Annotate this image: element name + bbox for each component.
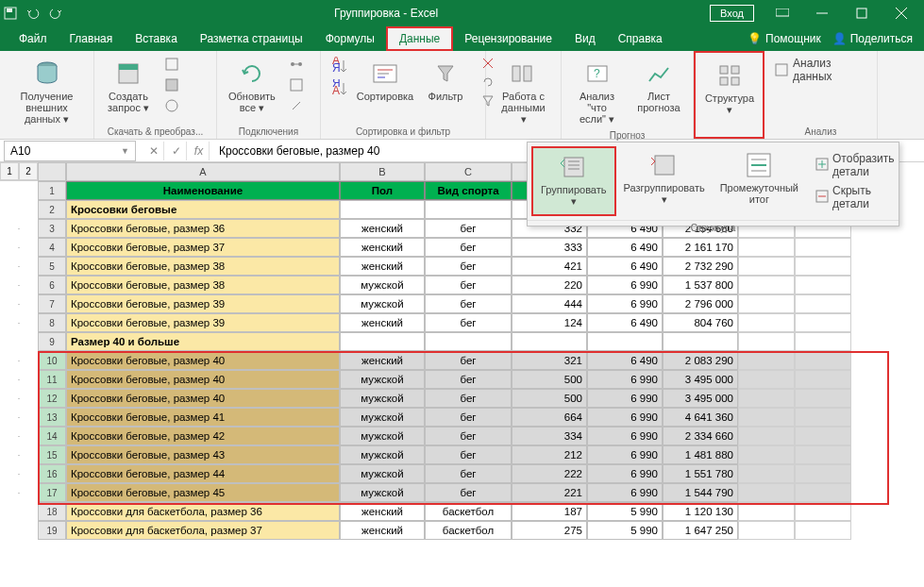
cell[interactable]: бег xyxy=(425,389,512,408)
col-header-a[interactable]: A xyxy=(66,162,340,181)
tell-me[interactable]: 💡Помощник xyxy=(748,32,821,45)
tab-insert[interactable]: Вставка xyxy=(124,26,189,51)
cell[interactable]: мужской xyxy=(340,427,425,445)
cell[interactable]: 1 647 250 xyxy=(663,521,738,540)
show-detail-button[interactable]: Отобразить детали xyxy=(812,150,899,180)
cell[interactable]: бег xyxy=(425,276,512,294)
cell[interactable]: женский xyxy=(340,521,425,540)
cell[interactable]: 6 490 xyxy=(587,238,663,257)
chevron-down-icon[interactable]: ▼ xyxy=(121,146,129,156)
cell[interactable]: 2 083 290 xyxy=(663,351,738,370)
recent-sources-icon[interactable] xyxy=(160,96,183,115)
cell[interactable]: Кроссовки беговые, размер 41 xyxy=(66,408,340,427)
cell[interactable]: мужской xyxy=(340,370,425,389)
row-header[interactable]: 13 xyxy=(38,408,66,427)
cell[interactable]: 3 495 000 xyxy=(663,370,738,389)
cell[interactable]: 804 760 xyxy=(663,313,738,332)
row-header[interactable]: 8 xyxy=(38,313,66,332)
cell[interactable]: Кроссовки беговые, размер 44 xyxy=(66,464,340,483)
cell[interactable]: баскетбол xyxy=(425,502,512,521)
cell[interactable]: Кроссовки беговые, размер 40 xyxy=(66,370,340,389)
minimize-icon[interactable] xyxy=(803,3,841,24)
cell[interactable]: 6 990 xyxy=(587,483,663,502)
cell[interactable]: бег xyxy=(425,219,512,238)
row-header[interactable]: 1 xyxy=(38,181,66,200)
sort-za-icon[interactable]: ЯА xyxy=(327,77,353,100)
tab-help[interactable]: Справка xyxy=(607,26,674,51)
data-analysis-button[interactable]: Анализ данных xyxy=(770,55,871,85)
row-header[interactable]: 15 xyxy=(38,445,66,464)
cell[interactable]: Кроссовки беговые, размер 42 xyxy=(66,427,340,445)
row-header[interactable]: 16 xyxy=(38,464,66,483)
cell[interactable]: 3 495 000 xyxy=(663,389,738,408)
cell[interactable]: 6 990 xyxy=(587,370,663,389)
cell[interactable]: 6 990 xyxy=(587,294,663,313)
cell[interactable]: 500 xyxy=(512,389,587,408)
hide-detail-button[interactable]: Скрыть детали xyxy=(812,182,899,212)
cell[interactable]: 275 xyxy=(512,521,587,540)
cell[interactable]: 1 537 800 xyxy=(663,276,738,294)
cell[interactable]: Кроссовки беговые, размер 39 xyxy=(66,294,340,313)
redo-icon[interactable] xyxy=(49,7,62,20)
cell[interactable]: Кроссовки беговые, размер 40 xyxy=(66,389,340,408)
row-header[interactable]: 12 xyxy=(38,389,66,408)
cell[interactable]: 2 796 000 xyxy=(663,294,738,313)
row-header[interactable]: 6 xyxy=(38,276,66,294)
cell[interactable]: бег xyxy=(425,408,512,427)
connections-icon[interactable] xyxy=(285,55,308,74)
cell[interactable]: 220 xyxy=(512,276,587,294)
cell[interactable]: 6 490 xyxy=(587,351,663,370)
cell[interactable]: 6 990 xyxy=(587,445,663,464)
filter-button[interactable]: Фильтр xyxy=(417,55,474,106)
get-external-data-button[interactable]: Получение внешних данных ▾ xyxy=(6,55,88,128)
cell[interactable]: Кроссовки беговые, размер 40 xyxy=(66,351,340,370)
share-button[interactable]: 👤Поделиться xyxy=(832,32,913,45)
cell[interactable]: Кроссовки беговые, размер 38 xyxy=(66,257,340,276)
cell[interactable]: Кроссовки беговые, размер 45 xyxy=(66,483,340,502)
cell[interactable]: 6 490 xyxy=(587,257,663,276)
cell[interactable]: 5 990 xyxy=(587,502,663,521)
from-table-icon[interactable] xyxy=(160,75,183,94)
cell[interactable]: женский xyxy=(340,219,425,238)
cell[interactable]: 421 xyxy=(512,257,587,276)
edit-links-icon[interactable] xyxy=(285,96,308,115)
cell[interactable]: бег xyxy=(425,238,512,257)
subtotal-button[interactable]: Промежуточный итог xyxy=(713,146,806,216)
cell[interactable]: 1 551 780 xyxy=(663,464,738,483)
login-button[interactable]: Вход xyxy=(710,5,754,22)
cell[interactable]: 1 120 130 xyxy=(663,502,738,521)
cell[interactable]: Кроссовки беговые, размер 38 xyxy=(66,276,340,294)
cell[interactable]: 222 xyxy=(512,464,587,483)
cell[interactable]: бег xyxy=(425,313,512,332)
cell[interactable]: 321 xyxy=(512,351,587,370)
whatif-button[interactable]: ?Анализ "что если" ▾ xyxy=(567,55,627,128)
cell[interactable]: 334 xyxy=(512,427,587,445)
cell[interactable]: 6 990 xyxy=(587,464,663,483)
cell[interactable]: 333 xyxy=(512,238,587,257)
cell[interactable]: мужской xyxy=(340,483,425,502)
row-header[interactable]: 11 xyxy=(38,370,66,389)
properties-icon[interactable] xyxy=(285,75,308,94)
row-header[interactable]: 10 xyxy=(38,351,66,370)
show-queries-icon[interactable] xyxy=(160,55,183,74)
cell[interactable]: Кроссовки беговые, размер 39 xyxy=(66,313,340,332)
cell[interactable]: 221 xyxy=(512,483,587,502)
cell[interactable]: бег xyxy=(425,427,512,445)
cell[interactable]: 1 481 880 xyxy=(663,445,738,464)
cell[interactable]: 2 334 660 xyxy=(663,427,738,445)
new-query-button[interactable]: Создать запрос ▾ xyxy=(100,55,157,117)
ribbon-options-icon[interactable] xyxy=(764,3,801,24)
forecast-button[interactable]: Лист прогноза xyxy=(630,55,687,117)
row-header[interactable]: 4 xyxy=(38,238,66,257)
cell[interactable]: бег xyxy=(425,294,512,313)
structure-button[interactable]: Структура ▾ xyxy=(701,57,758,119)
cell[interactable]: 500 xyxy=(512,370,587,389)
cell[interactable]: мужской xyxy=(340,408,425,427)
cell[interactable]: 444 xyxy=(512,294,587,313)
cell[interactable]: мужской xyxy=(340,276,425,294)
name-box[interactable]: A10▼ xyxy=(4,141,136,161)
sort-button[interactable]: Сортировка xyxy=(357,55,413,106)
data-tools-button[interactable]: Работа с данными ▾ xyxy=(492,55,555,128)
cell[interactable]: 187 xyxy=(512,502,587,521)
row-header[interactable]: 5 xyxy=(38,257,66,276)
